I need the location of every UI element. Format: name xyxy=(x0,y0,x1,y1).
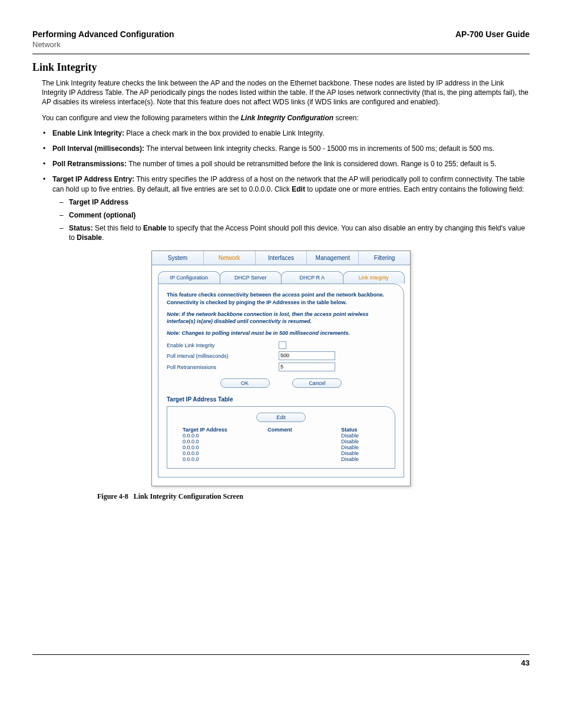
subtab-link-integrity[interactable]: Link Integrity xyxy=(343,271,405,284)
bullet-target-ip-label: Target IP Address Entry: xyxy=(52,175,134,183)
tab-system[interactable]: System xyxy=(152,251,204,265)
bullet-enable-text: Place a check mark in the box provided t… xyxy=(124,129,324,137)
table-row: 0.0.0.0Disable xyxy=(176,433,386,439)
section-heading: Link Integrity xyxy=(32,61,530,74)
config-intro: You can configure and view the following… xyxy=(42,113,530,123)
panel-desc-2: Note: If the network backbone connection… xyxy=(167,311,395,325)
row-enable-label: Enable Link Integrity xyxy=(167,342,279,348)
cancel-button[interactable]: Cancel xyxy=(292,378,342,388)
config-intro-pre: You can configure and view the following… xyxy=(42,114,241,122)
header-title: Performing Advanced Configuration xyxy=(32,29,174,39)
sub-target-ip-label: Target IP Address xyxy=(69,198,128,206)
sub-target-ip: Target IP Address xyxy=(69,197,530,207)
config-intro-em: Link Integrity Configuration xyxy=(241,114,333,122)
sub-comment: Comment (optional) xyxy=(69,210,530,220)
enable-checkbox[interactable] xyxy=(279,341,286,349)
table-title: Target IP Address Table xyxy=(167,396,395,403)
intro-paragraph: The Link Integrity feature checks the li… xyxy=(42,78,530,107)
bullet-target-ip: Target IP Address Entry: This entry spec… xyxy=(52,174,530,242)
row-interval-label: Poll Interval (milliseconds) xyxy=(167,353,279,359)
sub-comment-label: Comment (optional) xyxy=(69,211,135,219)
bullet-poll-interval: Poll Interval (milliseconds): The interv… xyxy=(52,144,530,153)
figure-caption: Figure 4-8 Link Integrity Configuration … xyxy=(97,492,530,501)
sub-status-a: Set this field to xyxy=(93,224,143,232)
sub-status-label: Status: xyxy=(69,224,93,232)
tab-interfaces[interactable]: Interfaces xyxy=(256,251,308,265)
header-guide: AP-700 User Guide xyxy=(455,29,530,39)
subtab-dhcp-server[interactable]: DHCP Server xyxy=(220,271,282,284)
header-rule xyxy=(32,54,530,54)
tab-network[interactable]: Network xyxy=(204,251,256,265)
bullet-enable: Enable Link Integrity: Place a check mar… xyxy=(52,129,530,138)
sub-status-enable: Enable xyxy=(143,224,166,232)
tab-filtering[interactable]: Filtering xyxy=(359,251,410,265)
page-number: 43 xyxy=(32,658,530,667)
bullet-target-ip-text-b: to update one or more entries. Each entr… xyxy=(305,185,524,193)
col-status: Status xyxy=(341,427,386,433)
bullet-poll-interval-text: The interval between link integrity chec… xyxy=(144,144,494,153)
table-row: 0.0.0.0Disable xyxy=(176,439,386,444)
header-subsection: Network xyxy=(32,40,530,49)
ok-button[interactable]: OK xyxy=(220,378,270,388)
config-intro-post: screen: xyxy=(333,114,359,122)
col-target-ip: Target IP Address xyxy=(176,427,267,433)
config-screenshot: System Network Interfaces Management Fil… xyxy=(151,251,411,486)
subtab-dhcp-ra[interactable]: DHCP R A xyxy=(281,271,343,284)
sub-status-c: . xyxy=(102,233,104,242)
bullet-poll-interval-label: Poll Interval (milliseconds): xyxy=(52,144,144,153)
tab-management[interactable]: Management xyxy=(307,251,359,265)
row-retrans-label: Poll Retransmissions xyxy=(167,364,279,370)
retrans-input[interactable]: 5 xyxy=(279,363,335,371)
edit-button[interactable]: Edit xyxy=(256,413,306,422)
bullet-poll-retrans-text: The number of times a poll should be ret… xyxy=(127,160,496,168)
sub-status: Status: Set this field to Enable to spec… xyxy=(69,223,530,242)
table-row: 0.0.0.0Disable xyxy=(176,444,386,450)
bullet-enable-label: Enable Link Integrity: xyxy=(52,129,124,137)
subtab-ip-config[interactable]: IP Configuration xyxy=(158,271,220,284)
interval-input[interactable]: 500 xyxy=(279,351,335,360)
panel-desc-1: This feature checks connectivity between… xyxy=(167,291,395,305)
figure-text: Link Integrity Configuration Screen xyxy=(134,492,243,500)
table-row: 0.0.0.0Disable xyxy=(176,456,386,462)
sub-status-disable: Disable xyxy=(77,233,102,242)
bullet-target-ip-edit: Edit xyxy=(292,185,305,193)
bullet-poll-retrans-label: Poll Retransmissions: xyxy=(52,160,127,168)
panel-desc-3: Note: Changes to polling interval must b… xyxy=(167,330,395,337)
col-comment: Comment xyxy=(267,427,341,433)
figure-number: Figure 4-8 xyxy=(97,492,128,500)
table-row: 0.0.0.0Disable xyxy=(176,450,386,456)
bullet-poll-retrans: Poll Retransmissions: The number of time… xyxy=(52,159,530,169)
footer-rule xyxy=(32,654,530,655)
